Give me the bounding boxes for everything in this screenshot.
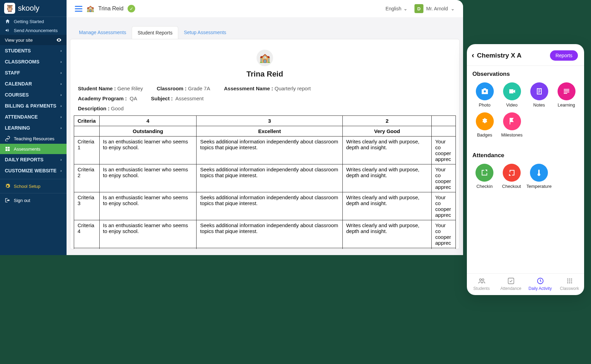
chevron-right-icon: › xyxy=(60,71,62,75)
brand-name: skooly xyxy=(18,4,39,13)
tab-setup-assessments[interactable]: Setup Assessments xyxy=(178,26,232,39)
logo-bar: 🦉 skooly xyxy=(0,0,67,17)
chevron-right-icon: › xyxy=(60,60,62,64)
verified-check-icon: ✓ xyxy=(128,5,135,12)
observation-learning[interactable]: Learning xyxy=(554,82,579,108)
school-setup-link[interactable]: School Setup xyxy=(0,179,67,193)
getting-started-link[interactable]: Getting Started xyxy=(0,17,67,26)
grid-dots-icon xyxy=(566,277,573,285)
tab-students[interactable]: Students xyxy=(467,277,496,291)
observation-notes[interactable]: Notes xyxy=(527,82,551,108)
school-building-icon: 🏫 xyxy=(87,5,94,12)
observation-photo[interactable]: Photo xyxy=(472,82,497,108)
subnav-teaching-resources[interactable]: Teaching Resources xyxy=(0,133,67,144)
tab-student-reports[interactable]: Student Reports xyxy=(132,26,178,39)
nav-classrooms[interactable]: CLASSROOMS› xyxy=(0,56,67,67)
table-row: Criteria 2 Is an enthusiastic learner wh… xyxy=(74,164,456,192)
mobile-body: Observations PhotoVideoNotesLearningBadg… xyxy=(467,66,584,273)
chevron-right-icon: › xyxy=(60,82,62,86)
school-avatar-icon: 🏫 xyxy=(257,50,273,66)
observations-section: Observations PhotoVideoNotesLearningBadg… xyxy=(472,71,579,144)
notes-icon xyxy=(530,82,548,100)
observation-milestones[interactable]: Milestones xyxy=(500,112,524,138)
chevron-right-icon: › xyxy=(60,158,62,162)
chevron-right-icon: › xyxy=(60,115,62,119)
tab-classwork[interactable]: Classwork xyxy=(555,277,584,291)
report-card: 🏫 Trina Reid Student Name : Gene Riley C… xyxy=(70,39,460,249)
nav-attendance[interactable]: ATTENDANCE› xyxy=(0,111,67,122)
link-label: Getting Started xyxy=(14,19,44,24)
temperature-icon xyxy=(530,164,548,182)
back-button[interactable]: ‹ xyxy=(472,51,474,60)
link-label: Send Announcements xyxy=(14,28,58,33)
reports-button[interactable]: Reports xyxy=(550,50,578,61)
nav-customize-website[interactable]: CUSTOMIZE WEBSITE› xyxy=(0,165,67,176)
tab-daily-activity[interactable]: Daily Activity xyxy=(525,277,555,291)
nav-billing[interactable]: BILLING & PAYMENTS› xyxy=(0,100,67,111)
attendance-temperature[interactable]: Temperature xyxy=(527,164,552,189)
view-your-site-link[interactable]: View your site xyxy=(0,35,67,45)
tab-manage-assessments[interactable]: Manage Assessments xyxy=(73,26,132,39)
mobile-header: ‹ Chemistry X A Reports xyxy=(467,44,584,66)
svg-point-9 xyxy=(571,280,572,282)
attendance-checkout[interactable]: Checkout xyxy=(499,164,523,189)
check-square-icon xyxy=(507,277,515,285)
sidebar: 🦉 skooly Getting Started Send Announceme… xyxy=(0,0,67,255)
topbar-left: 🏫 Trina Reid ✓ xyxy=(75,5,135,12)
eye-icon xyxy=(56,37,62,43)
report-meta: Student Name : Gene Riley Classroom : Gr… xyxy=(74,85,456,111)
observations-title: Observations xyxy=(472,71,579,78)
chevron-right-icon: › xyxy=(60,104,62,108)
signout-icon xyxy=(5,198,10,203)
nav-calendar[interactable]: CALENDAR› xyxy=(0,78,67,89)
tabbar: Manage Assessments Student Reports Setup… xyxy=(67,26,463,39)
main-panel: 🏫 Trina Reid ✓ English ⌄ D Mr. Arnold ⌄ … xyxy=(67,0,463,255)
nav-daily-reports[interactable]: DAILY REPORTS› xyxy=(0,154,67,165)
mobile-title: Chemistry X A xyxy=(477,52,521,59)
attendance-checkin[interactable]: Checkin xyxy=(472,164,497,189)
svg-point-11 xyxy=(569,282,570,284)
megaphone-icon xyxy=(5,28,10,33)
table-row: Criteria 1 Is an enthusiastic learner wh… xyxy=(74,136,456,164)
nav-staff[interactable]: STAFF› xyxy=(0,67,67,78)
grid-icon xyxy=(5,146,10,152)
chevron-down-icon: ⌄ xyxy=(451,6,455,11)
mobile-tabbar: Students Attendance Daily Activity Class… xyxy=(467,273,584,295)
table-header-row: Criteria 4 3 2 xyxy=(74,116,456,126)
nav-students[interactable]: STUDENTS› xyxy=(0,45,67,56)
home-icon xyxy=(5,19,10,24)
view-site-label: View your site xyxy=(5,38,33,43)
subnav-assessments[interactable]: Assessments xyxy=(0,144,67,154)
svg-point-8 xyxy=(569,280,570,282)
svg-point-10 xyxy=(567,282,568,284)
link-icon xyxy=(5,136,10,141)
observation-video[interactable]: Video xyxy=(500,82,524,108)
chevron-down-icon: ⌄ xyxy=(403,6,408,11)
nav-courses[interactable]: COURSES› xyxy=(0,89,67,100)
observation-badges[interactable]: Badges xyxy=(472,112,497,138)
gear-icon xyxy=(5,183,10,189)
milestones-icon xyxy=(503,112,521,130)
send-announcements-link[interactable]: Send Announcements xyxy=(0,26,67,35)
svg-point-5 xyxy=(569,279,570,280)
owl-logo-icon: 🦉 xyxy=(4,3,15,14)
svg-point-6 xyxy=(571,279,572,280)
user-menu[interactable]: D Mr. Arnold ⌄ xyxy=(414,4,455,13)
people-icon xyxy=(478,277,485,285)
signout-link[interactable]: Sign out xyxy=(0,193,67,207)
topbar-right: English ⌄ D Mr. Arnold ⌄ xyxy=(385,4,455,13)
clock-icon xyxy=(537,277,544,285)
attendance-title: Attendance xyxy=(472,152,579,159)
table-subheader-row: Outstanding Excellent Very Good xyxy=(74,126,456,136)
nav-learning[interactable]: LEARNING› xyxy=(0,122,67,133)
svg-point-12 xyxy=(571,282,572,284)
table-row: Criteria 3 Is an enthusiastic learner wh… xyxy=(74,192,456,220)
menu-toggle-button[interactable] xyxy=(75,6,82,12)
checkout-icon xyxy=(503,164,521,182)
language-selector[interactable]: English ⌄ xyxy=(385,6,408,11)
chevron-right-icon: › xyxy=(60,169,62,173)
avatar: D xyxy=(414,4,423,13)
svg-rect-2 xyxy=(508,278,514,284)
tab-attendance[interactable]: Attendance xyxy=(496,277,525,291)
student-title: Trina Reid xyxy=(247,70,283,79)
